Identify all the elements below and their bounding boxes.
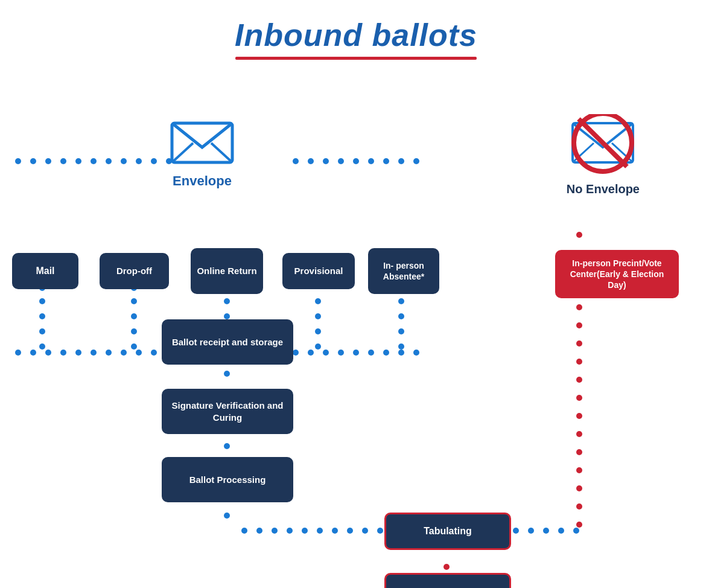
- svg-point-17: [383, 158, 389, 164]
- svg-point-11: [293, 158, 299, 164]
- svg-point-91: [315, 344, 321, 350]
- svg-point-56: [317, 528, 323, 534]
- svg-line-97: [172, 143, 193, 162]
- svg-point-37: [151, 350, 157, 356]
- svg-point-89: [315, 313, 321, 319]
- svg-point-86: [224, 298, 230, 304]
- svg-point-57: [332, 528, 338, 534]
- svg-point-35: [121, 350, 127, 356]
- svg-point-47: [413, 350, 419, 356]
- svg-point-52: [256, 528, 262, 534]
- title-underline: [235, 57, 477, 60]
- svg-point-18: [398, 158, 404, 164]
- svg-point-21: [39, 313, 45, 319]
- ballot-receipt-box: Ballot receipt and storage: [162, 319, 293, 365]
- svg-point-19: [413, 158, 419, 164]
- svg-point-8: [136, 158, 142, 164]
- envelope-icon-container: Envelope: [169, 114, 235, 189]
- sig-verification-box: Signature Verification and Curing: [162, 389, 293, 434]
- svg-point-72: [576, 322, 582, 328]
- svg-point-36: [136, 350, 142, 356]
- svg-point-90: [315, 328, 321, 334]
- svg-point-51: [241, 528, 247, 534]
- svg-point-79: [576, 449, 582, 455]
- svg-point-2: [45, 158, 51, 164]
- svg-point-64: [543, 528, 549, 534]
- svg-point-15: [353, 158, 359, 164]
- svg-point-26: [131, 328, 137, 334]
- svg-point-20: [39, 298, 45, 304]
- svg-point-12: [308, 158, 314, 164]
- svg-point-34: [106, 350, 112, 356]
- svg-point-73: [576, 340, 582, 347]
- tabulating-box: Tabulating: [384, 513, 511, 550]
- svg-point-27: [131, 344, 137, 350]
- svg-point-13: [323, 158, 329, 164]
- svg-point-31: [60, 350, 66, 356]
- svg-point-44: [368, 350, 374, 356]
- svg-point-16: [368, 158, 374, 164]
- envelope-label: Envelope: [173, 173, 232, 189]
- svg-point-59: [362, 528, 368, 534]
- svg-point-9: [151, 158, 157, 164]
- svg-point-0: [15, 158, 21, 164]
- svg-point-30: [45, 350, 51, 356]
- svg-point-53: [272, 528, 278, 534]
- envelope-icon: [169, 114, 235, 168]
- svg-line-98: [211, 143, 232, 162]
- svg-point-81: [576, 485, 582, 491]
- svg-point-82: [576, 503, 582, 510]
- svg-point-28: [15, 350, 21, 356]
- svg-point-39: [293, 350, 299, 356]
- svg-point-7: [121, 158, 127, 164]
- svg-point-93: [398, 313, 404, 319]
- svg-point-48: [224, 371, 230, 377]
- svg-point-50: [224, 513, 230, 519]
- svg-point-33: [91, 350, 97, 356]
- no-envelope-label: No Envelope: [567, 182, 640, 196]
- ballot-processing-box: Ballot Processing: [162, 457, 293, 502]
- svg-point-95: [398, 344, 404, 350]
- svg-point-4: [75, 158, 81, 164]
- svg-point-46: [398, 350, 404, 356]
- dropoff-box: Drop-off: [100, 253, 169, 289]
- svg-point-77: [576, 413, 582, 419]
- svg-point-62: [513, 528, 519, 534]
- svg-point-40: [308, 350, 314, 356]
- svg-point-58: [347, 528, 353, 534]
- svg-point-76: [576, 395, 582, 401]
- svg-point-88: [315, 298, 321, 304]
- svg-line-103: [579, 119, 627, 167]
- svg-point-75: [576, 377, 582, 383]
- inperson-absentee-box: In- person Absentee*: [368, 248, 439, 294]
- svg-point-54: [287, 528, 293, 534]
- no-envelope-icon-container: No Envelope: [567, 114, 640, 196]
- svg-point-41: [323, 350, 329, 356]
- svg-point-25: [131, 313, 137, 319]
- svg-point-80: [576, 467, 582, 473]
- svg-point-6: [106, 158, 112, 164]
- svg-point-32: [75, 350, 81, 356]
- svg-point-94: [398, 328, 404, 334]
- svg-point-1: [30, 158, 36, 164]
- svg-point-14: [338, 158, 344, 164]
- svg-point-87: [224, 313, 230, 319]
- svg-point-71: [576, 304, 582, 310]
- svg-point-63: [528, 528, 534, 534]
- online-return-box: Online Return: [191, 248, 263, 294]
- svg-point-43: [353, 350, 359, 356]
- svg-point-65: [558, 528, 564, 534]
- svg-point-74: [576, 359, 582, 365]
- svg-point-61: [443, 564, 450, 570]
- svg-point-67: [576, 232, 582, 238]
- svg-point-29: [30, 350, 36, 356]
- svg-point-3: [60, 158, 66, 164]
- initial-results-box: Initial Election Results: [384, 573, 511, 588]
- mail-box: Mail: [12, 253, 78, 289]
- no-envelope-icon: [570, 114, 636, 177]
- svg-point-78: [576, 431, 582, 437]
- svg-point-24: [131, 298, 137, 304]
- svg-point-83: [576, 522, 582, 528]
- svg-point-66: [573, 528, 579, 534]
- svg-point-42: [338, 350, 344, 356]
